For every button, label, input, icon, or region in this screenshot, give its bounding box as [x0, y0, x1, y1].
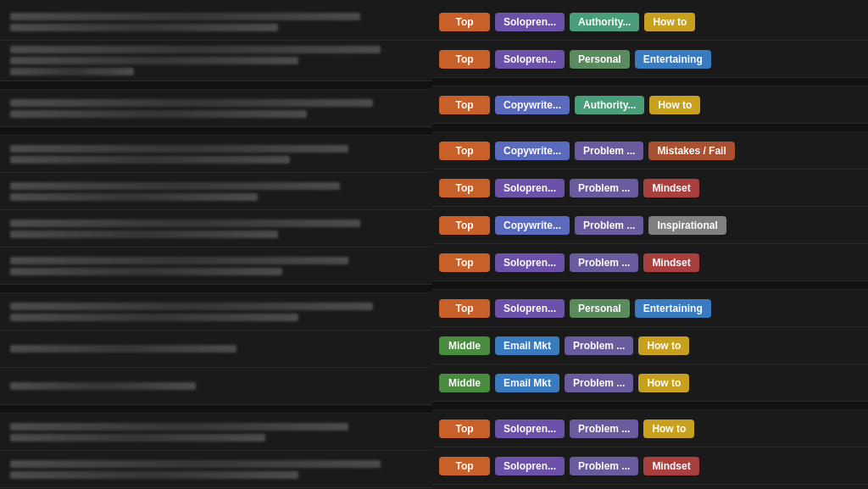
angle-badge[interactable]: Problem ... — [570, 179, 638, 197]
format-badge[interactable]: How to — [638, 336, 689, 355]
badge-row: TopCopywrite...Problem ...Inspirational — [432, 207, 868, 244]
funnel-badge[interactable]: Top — [439, 253, 490, 272]
table-row — [0, 331, 432, 368]
blurred-content — [10, 382, 422, 390]
blurred-content — [10, 219, 422, 238]
blurred-content — [10, 99, 422, 118]
blurred-content — [10, 303, 422, 321]
niche-badge[interactable]: Copywrite... — [495, 96, 570, 114]
angle-badge[interactable]: Personal — [570, 299, 630, 318]
row-divider — [0, 81, 432, 90]
blurred-content — [10, 460, 422, 479]
niche-badge[interactable]: Solopren... — [495, 457, 565, 475]
angle-badge[interactable]: Problem ... — [565, 374, 633, 392]
niche-badge[interactable]: Email Mkt — [495, 374, 559, 392]
row-divider — [432, 78, 868, 86]
table-row — [0, 173, 432, 210]
angle-badge[interactable]: Authority... — [570, 13, 639, 31]
table-row — [0, 247, 432, 285]
funnel-badge[interactable]: Top — [439, 50, 490, 69]
table-row — [0, 3, 432, 41]
blurred-content — [10, 46, 422, 75]
table-row — [0, 90, 432, 127]
table-row — [0, 136, 432, 173]
niche-badge[interactable]: Solopren... — [495, 13, 565, 31]
left-panel — [0, 0, 432, 489]
badge-row: TopSolopren...Problem ...Mindset — [432, 169, 868, 207]
format-badge[interactable]: How to — [649, 96, 700, 114]
format-badge[interactable]: Entertaining — [635, 50, 711, 69]
funnel-badge[interactable]: Top — [439, 13, 490, 31]
angle-badge[interactable]: Personal — [570, 50, 630, 69]
table-row — [0, 41, 432, 81]
row-divider — [0, 127, 432, 136]
angle-badge[interactable]: Problem ... — [575, 142, 643, 160]
badge-row: TopSolopren...PersonalEntertaining — [432, 41, 868, 78]
table-row — [0, 451, 432, 488]
niche-badge[interactable]: Solopren... — [495, 179, 565, 197]
row-divider — [432, 124, 868, 132]
angle-badge[interactable]: Authority... — [575, 96, 644, 114]
badge-row: TopCopywrite...Authority...How to — [432, 86, 868, 124]
badge-row: TopSolopren...Problem ...Mindset — [432, 244, 868, 281]
main-container: TopSolopren...Authority...How toTopSolop… — [0, 0, 868, 489]
table-row — [0, 414, 432, 451]
blurred-content — [10, 145, 422, 164]
badge-row: TopCopywrite...Problem ...Mistakes / Fai… — [432, 132, 868, 169]
blurred-content — [10, 257, 422, 275]
row-divider — [432, 402, 868, 410]
funnel-badge[interactable]: Top — [439, 299, 490, 318]
funnel-badge[interactable]: Middle — [439, 336, 490, 355]
angle-badge[interactable]: Problem ... — [570, 420, 638, 438]
table-row — [0, 368, 432, 405]
niche-badge[interactable]: Solopren... — [495, 420, 565, 438]
funnel-badge[interactable]: Top — [439, 96, 490, 114]
right-panel: TopSolopren...Authority...How toTopSolop… — [432, 0, 868, 489]
niche-badge[interactable]: Solopren... — [495, 50, 565, 69]
badge-row: TopSolopren...PersonalEntertaining — [432, 290, 868, 327]
format-badge[interactable]: Entertaining — [635, 299, 711, 318]
blurred-content — [10, 182, 422, 201]
format-badge[interactable]: Mindset — [643, 253, 698, 272]
blurred-content — [10, 423, 422, 442]
badge-row: MiddleEmail MktProblem ...How to — [432, 327, 868, 364]
niche-badge[interactable]: Copywrite... — [495, 216, 570, 235]
niche-badge[interactable]: Copywrite... — [495, 142, 570, 160]
format-badge[interactable]: How to — [638, 374, 689, 392]
blurred-content — [10, 13, 422, 31]
funnel-badge[interactable]: Middle — [439, 374, 490, 392]
table-row — [0, 210, 432, 247]
niche-badge[interactable]: Solopren... — [495, 299, 565, 318]
angle-badge[interactable]: Problem ... — [575, 216, 643, 235]
badge-row: TopSolopren...Problem ...How to — [432, 410, 868, 447]
funnel-badge[interactable]: Top — [439, 420, 490, 438]
badge-row: TopSolopren...Authority...How to — [432, 3, 868, 41]
angle-badge[interactable]: Problem ... — [565, 336, 633, 355]
funnel-badge[interactable]: Top — [439, 457, 490, 475]
row-divider — [0, 285, 432, 293]
angle-badge[interactable]: Problem ... — [570, 457, 638, 475]
format-badge[interactable]: How to — [643, 420, 694, 438]
format-badge[interactable]: Mindset — [643, 179, 698, 197]
blurred-content — [10, 345, 422, 353]
niche-badge[interactable]: Solopren... — [495, 253, 565, 272]
niche-badge[interactable]: Email Mkt — [495, 336, 559, 355]
format-badge[interactable]: Mistakes / Fail — [648, 142, 734, 160]
table-row — [0, 293, 432, 331]
format-badge[interactable]: Mindset — [643, 457, 698, 475]
format-badge[interactable]: Inspirational — [648, 216, 726, 235]
row-divider — [432, 281, 868, 290]
funnel-badge[interactable]: Top — [439, 142, 490, 160]
badge-row: MiddleEmail MktProblem ...How to — [432, 364, 868, 402]
funnel-badge[interactable]: Top — [439, 216, 490, 235]
badge-row: TopSolopren...Problem ...Mindset — [432, 447, 868, 485]
angle-badge[interactable]: Problem ... — [570, 253, 638, 272]
funnel-badge[interactable]: Top — [439, 179, 490, 197]
format-badge[interactable]: How to — [644, 13, 695, 31]
row-divider — [0, 405, 432, 414]
